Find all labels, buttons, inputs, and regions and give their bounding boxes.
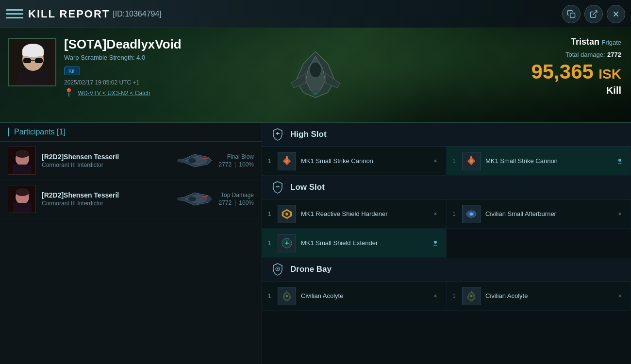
- header-actions: [562, 5, 625, 23]
- participant-card[interactable]: [R2D2]Shensen Tesseril Cormorant III Int…: [0, 180, 262, 218]
- item-qty: 1: [268, 158, 274, 165]
- main-content: Participants [1] [R2D2]Shensen Tesseril …: [0, 123, 631, 364]
- slot-item[interactable]: 1 Civilian Acolyte ×: [262, 281, 447, 311]
- svg-rect-21: [13, 165, 32, 175]
- close-button[interactable]: [607, 5, 625, 23]
- item-remove[interactable]: ×: [431, 291, 440, 301]
- participants-title: Participants [1]: [8, 128, 66, 136]
- svg-point-37: [618, 159, 621, 162]
- drone-bay-items: 1 Civilian Acolyte × 1: [262, 281, 631, 311]
- item-icon: [462, 205, 481, 223]
- svg-point-56: [470, 295, 473, 297]
- item-qty: 1: [268, 293, 274, 299]
- participant-card[interactable]: [R2D2]Shensen Tesseril Cormorant III Int…: [0, 142, 262, 180]
- svg-point-28: [188, 197, 196, 201]
- item-flag[interactable]: [615, 156, 625, 166]
- stat-role: Final Blow: [227, 153, 254, 160]
- svg-rect-35: [470, 156, 472, 160]
- high-slot-items: 1 MK1 Small Strike Cannon × 1: [262, 147, 631, 176]
- participant-stats: Final Blow 2772 | 100%: [218, 153, 254, 168]
- svg-point-52: [277, 268, 279, 270]
- participant-name: [R2D2]Shensen Tesseril: [42, 153, 170, 161]
- svg-point-50: [434, 241, 437, 244]
- low-slot-header: Low Slot: [262, 176, 631, 199]
- participants-header: Participants [1]: [0, 123, 262, 142]
- share-button[interactable]: [584, 5, 603, 23]
- slot-item[interactable]: 1 Civilian Small Afterburner ×: [447, 199, 631, 229]
- item-name: MK1 Small Strike Cannon: [485, 157, 615, 165]
- svg-rect-9: [17, 72, 49, 86]
- total-damage-label: Total damage:: [565, 51, 605, 58]
- stat-values: 2772 | 100%: [218, 161, 254, 168]
- item-flag[interactable]: [431, 238, 440, 248]
- participant-ship-image: [175, 151, 214, 170]
- avatar: [8, 38, 56, 86]
- item-icon: [278, 205, 296, 223]
- svg-rect-0: [570, 13, 575, 17]
- item-remove[interactable]: ×: [431, 156, 440, 166]
- participant-ship: Cormorant III Interdictor: [42, 200, 170, 207]
- stat-role: Top Damage: [221, 192, 254, 199]
- svg-rect-38: [276, 186, 280, 187]
- isk-label: ISK: [598, 66, 621, 82]
- item-qty: 1: [452, 293, 458, 299]
- item-qty: 1: [452, 211, 458, 217]
- svg-rect-32: [286, 156, 288, 160]
- item-name: Civilian Acolyte: [301, 292, 431, 299]
- isk-value: 95,365: [531, 60, 593, 83]
- item-name: MK1 Small Strike Cannon: [301, 157, 431, 165]
- page-title: KILL REPORT: [28, 8, 110, 20]
- svg-point-40: [285, 213, 288, 215]
- participant-info: [R2D2]Shensen Tesseril Cormorant III Int…: [42, 191, 170, 207]
- ship-name: Tristan: [571, 37, 599, 47]
- kill-badge: Kill: [64, 66, 80, 75]
- participant-avatar: [8, 147, 36, 175]
- item-icon: [278, 152, 296, 170]
- header: KILL REPORT [ID:10364794]: [0, 0, 631, 28]
- slot-item[interactable]: 1 MK1 Small Strike Cannon: [447, 147, 631, 176]
- slot-item[interactable]: 1 MK1 Small Strike Cannon ×: [262, 147, 447, 176]
- item-name: MK1 Small Shield Extender: [301, 239, 431, 247]
- ship-type: Frigate: [602, 39, 621, 46]
- participant-ship: Cormorant III Interdictor: [42, 162, 170, 168]
- item-name: Civilian Small Afterburner: [485, 210, 615, 217]
- svg-rect-11: [35, 58, 43, 63]
- svg-point-33: [285, 160, 288, 163]
- high-slot-icon: [270, 127, 285, 142]
- low-slot-items: 1 MK1 Reactive Shield Hardener × 1: [262, 199, 631, 258]
- item-icon: [278, 287, 296, 305]
- svg-rect-26: [13, 203, 32, 213]
- item-qty: 1: [268, 240, 274, 247]
- outcome-label: Kill: [531, 85, 621, 96]
- slot-item[interactable]: 1 Civilian Acolyte ×: [447, 281, 631, 311]
- hero-section: [SOTA]DeadlyxVoid Warp Scramble Strength…: [0, 28, 631, 123]
- svg-line-1: [593, 11, 597, 15]
- kill-location[interactable]: WD-VTV < UX3-N2 < Catch: [78, 90, 150, 97]
- participant-name: [R2D2]Shensen Tesseril: [42, 191, 170, 199]
- drone-bay-title: Drone Bay: [290, 265, 332, 274]
- item-icon: [462, 152, 481, 170]
- slot-item[interactable]: 1 MK1 Small Shield Extender: [262, 229, 447, 258]
- location-pin: 📍: [64, 88, 74, 97]
- drone-bay-header: Drone Bay: [262, 258, 631, 281]
- report-id: [ID:10364794]: [113, 10, 162, 18]
- drone-bay-icon: [270, 262, 285, 277]
- high-slot-title: High Slot: [290, 130, 327, 139]
- svg-point-23: [188, 158, 196, 163]
- low-slot-title: Low Slot: [290, 182, 325, 192]
- menu-icon[interactable]: [6, 5, 23, 23]
- slot-item[interactable]: 1 MK1 Reactive Shield Hardener ×: [262, 199, 447, 229]
- item-qty: 1: [452, 158, 458, 165]
- copy-button[interactable]: [562, 5, 581, 23]
- item-remove[interactable]: ×: [615, 209, 625, 219]
- item-icon: [278, 234, 296, 252]
- high-slot-header: High Slot: [262, 123, 631, 147]
- item-remove[interactable]: ×: [615, 291, 625, 301]
- item-name: Civilian Acolyte: [485, 292, 615, 299]
- item-remove[interactable]: ×: [431, 209, 440, 219]
- svg-point-36: [470, 160, 473, 163]
- slots-panel: High Slot 1 MK1 Small Strike Cannon ×: [262, 123, 631, 364]
- svg-point-54: [286, 295, 288, 297]
- low-slot-icon: [270, 180, 285, 195]
- total-damage-value: 2772: [607, 51, 621, 58]
